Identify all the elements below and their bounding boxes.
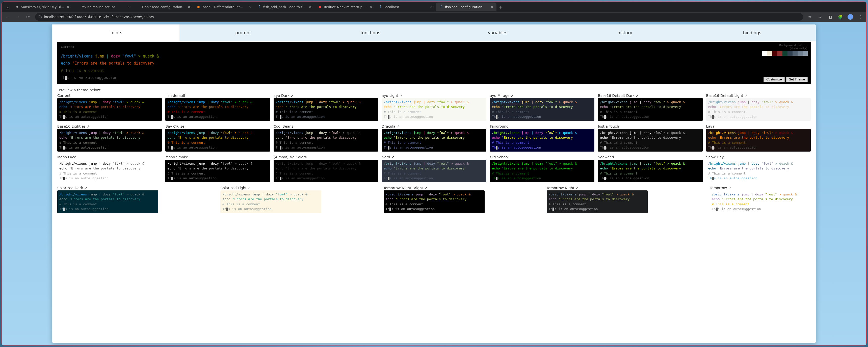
theme-name: Seaweed — [598, 155, 703, 159]
browser-tab[interactable]: ●Reduce Neovim startup …× — [315, 2, 375, 11]
theme-name: Nord ↗ — [382, 155, 486, 159]
close-icon[interactable]: × — [490, 5, 493, 9]
theme-swatch-current[interactable]: /bright/vixens jump | dozy "fowl" > quac… — [57, 98, 162, 121]
close-icon[interactable]: × — [430, 5, 433, 9]
browser-tab[interactable]: ffish_add_path - add to t…× — [254, 2, 315, 11]
theme-swatch-b16eighties[interactable]: /bright/vixens jump | dozy "fowl" > quac… — [57, 129, 162, 151]
theme-name: Cool Beans — [274, 124, 378, 128]
theme-swatch-monolace[interactable]: /bright/vixens jump | dozy "fowl" > quac… — [57, 160, 162, 182]
bg-swatch[interactable] — [782, 51, 787, 56]
bg-swatch[interactable] — [787, 51, 793, 56]
bg-swatch[interactable] — [767, 51, 772, 56]
tab-colors[interactable]: colors — [52, 25, 180, 41]
page-tab-bar: colors prompt functions variables histor… — [52, 25, 816, 41]
customize-button[interactable]: Customize — [764, 77, 784, 82]
theme-name: Mono Smoke — [165, 155, 270, 159]
theme-swatch-tomorrow[interactable]: /bright/vixens jump | dozy "fowl" > quac… — [710, 190, 811, 213]
install-icon[interactable]: ⤓ — [817, 14, 823, 20]
theme-swatch-monosmoke[interactable]: /bright/vixens jump | dozy "fowl" > quac… — [165, 160, 270, 182]
menu-icon[interactable]: ⋮ — [858, 14, 863, 20]
bg-palette — [757, 51, 808, 56]
theme-swatch-justatouch[interactable]: /bright/vixens jump | dozy "fowl" > quac… — [598, 129, 703, 151]
bg-swatch[interactable] — [757, 51, 762, 56]
site-info-icon[interactable]: ⓘ — [39, 14, 42, 19]
bg-swatch[interactable] — [777, 51, 782, 56]
theme-swatch-seaweed[interactable]: /bright/vixens jump | dozy "fowl" > quac… — [598, 160, 703, 182]
sample-echo: echo — [61, 61, 70, 66]
theme-swatch-b16dark[interactable]: /bright/vixens jump | dozy "fowl" > quac… — [598, 98, 703, 121]
bg-swatch[interactable] — [798, 51, 803, 56]
theme-name: (Almost) No Colors — [274, 155, 378, 159]
bookmark-icon[interactable]: ☆ — [807, 14, 813, 20]
close-icon[interactable]: × — [66, 5, 69, 9]
theme-swatch-fishdefault[interactable]: /bright/vixens jump | dozy "fowl" > quac… — [165, 98, 270, 121]
bg-swatch[interactable] — [803, 51, 808, 56]
browser-tab-active[interactable]: ffish shell configuration× — [436, 2, 496, 11]
sample-sug: Th — [61, 75, 65, 80]
close-icon[interactable]: × — [188, 5, 191, 9]
tab-prompt[interactable]: prompt — [180, 25, 307, 41]
bg-swatch[interactable] — [762, 51, 767, 56]
theme-name: ayu Dark ↗ — [274, 94, 378, 98]
bg-swatch[interactable] — [772, 51, 777, 56]
close-icon[interactable]: × — [127, 5, 130, 9]
tab-title: localhost — [384, 5, 428, 9]
theme-swatch-tnb[interactable]: /bright/vixens jump | dozy "fowl" > quac… — [384, 190, 485, 213]
browser-tab[interactable]: ▫Sanskar531/Nixie: My Bl…× — [12, 2, 72, 11]
close-icon[interactable]: × — [309, 5, 312, 9]
theme-name: Tomorrow Night ↗ — [547, 186, 648, 190]
extensions-icon[interactable]: 🧩 — [837, 14, 843, 20]
back-button[interactable]: ← — [5, 14, 11, 20]
profile-avatar[interactable] — [847, 14, 853, 20]
theme-swatch-soldark[interactable]: /bright/vixens jump | dozy "fowl" > quac… — [57, 190, 158, 213]
reload-button[interactable]: ⟳ — [25, 14, 31, 20]
sample-cmd: dozy — [111, 54, 120, 59]
browser-tab[interactable]: My no mouse setup!× — [72, 2, 133, 11]
theme-swatch-fairground[interactable]: /bright/vixens jump | dozy "fowl" > quac… — [490, 129, 594, 151]
favicon-icon: ▫ — [15, 5, 19, 9]
favicon-icon: ▣ — [197, 5, 200, 9]
theme-name: Tomorrow Night Bright ↗ — [384, 186, 485, 190]
tab-title: My no mouse setup! — [82, 5, 125, 9]
tab-functions[interactable]: functions — [307, 25, 434, 41]
theme-swatch-nocolors[interactable]: /bright/vixens jump | dozy "fowl" > quac… — [274, 160, 378, 182]
tab-bindings[interactable]: bindings — [688, 25, 816, 41]
theme-swatch-ayumirage[interactable]: /bright/vixens jump | dozy "fowl" > quac… — [490, 98, 594, 121]
sample-str: "fowl" — [122, 54, 136, 59]
theme-swatch-nord[interactable]: /bright/vixens jump | dozy "fowl" > quac… — [382, 160, 486, 182]
close-icon[interactable]: × — [369, 5, 372, 9]
forward-button[interactable]: → — [15, 14, 21, 20]
theme-swatch-baycruise[interactable]: /bright/vixens jump | dozy "fowl" > quac… — [165, 129, 270, 151]
browser-tab[interactable]: flocalhost× — [375, 2, 436, 11]
theme-swatch-dracula[interactable]: /bright/vixens jump | dozy "fowl" > quac… — [382, 129, 486, 151]
tab-title: fish shell configuration — [445, 5, 488, 9]
favicon-icon — [75, 5, 80, 9]
theme-swatch-ayulight[interactable]: /bright/vixens jump | dozy "fowl" > quac… — [382, 98, 486, 121]
close-icon[interactable]: × — [248, 5, 251, 9]
theme-swatch-oldschool[interactable]: /bright/vixens jump | dozy "fowl" > quac… — [490, 160, 594, 182]
tabs-dropdown[interactable]: ⌄ — [4, 3, 12, 10]
new-tab-button[interactable]: + — [496, 3, 504, 10]
theme-swatch-coolbeans[interactable]: /bright/vixens jump | dozy "fowl" > quac… — [274, 129, 378, 151]
preview-label: Preview a theme below: — [59, 88, 809, 92]
browser-tab[interactable]: Don't read configuration…× — [133, 2, 194, 11]
theme-swatch-b16light[interactable]: /bright/vixens jump | dozy "fowl" > quac… — [706, 98, 811, 121]
theme-swatch-snowday[interactable]: /bright/vixens jump | dozy "fowl" > quac… — [706, 160, 811, 182]
theme-swatch-tn[interactable]: /bright/vixens jump | dozy "fowl" > quac… — [547, 190, 648, 213]
set-theme-button[interactable]: Set Theme — [786, 77, 808, 82]
tab-variables[interactable]: variables — [434, 25, 561, 41]
bg-swatch[interactable] — [793, 51, 798, 56]
theme-name: Just a Touch — [598, 124, 703, 128]
tab-title: Don't read configuration… — [142, 5, 186, 9]
tab-title: Reduce Neovim startup … — [324, 5, 367, 9]
theme-swatch-ayudark[interactable]: /bright/vixens jump | dozy "fowl" > quac… — [274, 98, 378, 121]
url-input[interactable]: ⓘ localhost:8000/fef3aac58f4911632f52f13… — [35, 13, 803, 21]
sample-sug: s is an autosuggestion — [67, 75, 117, 80]
theme-swatch-sollight[interactable]: /bright/vixens jump | dozy "fowl" > quac… — [220, 190, 321, 213]
theme-grid: Current/bright/vixens jump | dozy "fowl"… — [57, 94, 811, 217]
current-label: Current — [61, 44, 807, 50]
side-panel-icon[interactable]: ◧ — [827, 14, 833, 20]
theme-swatch-lava[interactable]: /bright/vixens jump | dozy "fowl" > quac… — [706, 129, 811, 151]
tab-history[interactable]: history — [561, 25, 688, 41]
browser-tab[interactable]: ▣bash - Differentiate Int…× — [194, 2, 254, 11]
